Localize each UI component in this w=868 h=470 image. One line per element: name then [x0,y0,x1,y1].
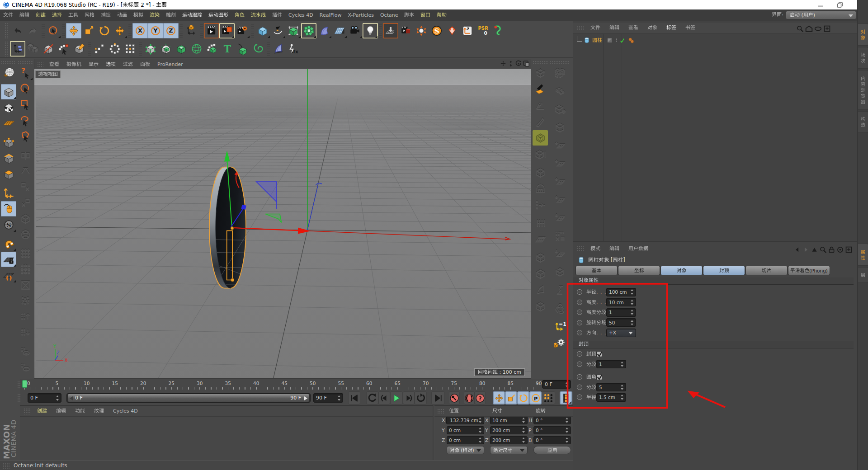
attr-checkbox[interactable] [596,351,602,357]
move-tool-button[interactable] [66,23,81,38]
key-parameter-button[interactable]: P [529,391,542,404]
scale-tool-button[interactable] [81,23,97,38]
cube-dots-b-button[interactable] [550,264,570,279]
go-to-start-button[interactable] [348,391,360,404]
interface-dropdown[interactable]: () [786,11,856,19]
lock-x-axis-button[interactable]: X [132,23,148,38]
subdivision-surface-button[interactable] [286,23,301,38]
stepper[interactable] [630,320,634,325]
cube-b1-button[interactable] [550,119,570,135]
material-drag-handle[interactable] [24,408,31,414]
axis-workplane-button[interactable]: =1 [550,318,570,334]
arrow-plane-2-button[interactable] [550,155,570,171]
minimize-button[interactable] [814,0,827,9]
coord-input[interactable]: -132.739 cm [446,416,485,424]
menu-16[interactable]: Cycles 4D [285,9,316,20]
anim-radio[interactable] [577,300,582,305]
stepper[interactable] [565,382,569,387]
attr-input[interactable]: 10 cm [606,298,636,306]
coord-input[interactable]: 0 ° [533,416,571,424]
play-loop-button[interactable] [415,391,427,404]
coord-input[interactable]: 10 cm [490,416,528,424]
attr-checkbox[interactable] [596,374,602,380]
viewport-menu-0[interactable] [46,60,63,69]
stepper[interactable] [565,418,569,423]
end-frame-spinner[interactable]: 90 F [313,393,343,403]
redo-button[interactable] [25,23,41,38]
stepper[interactable] [522,418,526,423]
layer-chip-icon[interactable] [607,38,613,43]
am-tab-2[interactable] [660,266,703,275]
om-menu-0[interactable] [586,23,605,33]
psr-zero-button[interactable]: PSR0 [475,23,491,38]
range-left-arrow-icon[interactable] [70,396,73,400]
palette-drag-handle[interactable] [1,61,16,64]
section-header[interactable] [573,341,854,348]
viewport-menu-5[interactable] [137,60,154,69]
render-settings-button[interactable] [235,23,250,38]
frame-range-bar[interactable]: 0 F 90 F [68,394,309,402]
points-array-x-button[interactable] [18,277,33,292]
workplane-mode-button[interactable] [1,116,16,131]
recycle-button[interactable] [550,300,570,315]
viewport-menu-2[interactable] [85,60,102,69]
stepper[interactable] [620,395,624,400]
stepper[interactable] [620,362,624,367]
stepper[interactable] [478,437,482,443]
arch-tool-button[interactable] [533,181,548,196]
go-to-end-button[interactable] [431,391,445,404]
coord-input[interactable]: 0 ° [533,426,571,434]
am-menu-0[interactable] [586,244,605,254]
knife-tool-button[interactable] [533,114,548,129]
timeline-window-button[interactable] [560,391,572,404]
next-frame-button[interactable] [403,391,415,404]
stepper[interactable] [565,437,569,443]
x-particles-emitter-button[interactable] [414,23,429,38]
add-cube-button[interactable] [255,23,270,38]
polygon-paint-button[interactable] [71,41,87,56]
am-tab-0[interactable] [576,266,618,275]
palette-drag-handle[interactable] [533,61,548,64]
am-menu-2[interactable] [624,244,653,254]
cube-gear-button[interactable] [550,101,570,117]
point-edit-button[interactable] [56,41,71,56]
viewport-drag-handle[interactable] [37,62,43,68]
sketch-toon-button[interactable]: S [429,23,444,38]
viewport-menu-6[interactable]: ProRender [154,60,187,69]
menu-13[interactable] [231,9,248,20]
spline-pen-button[interactable] [270,23,286,38]
axis-mode-button[interactable] [1,185,16,201]
om-menu-4[interactable] [662,23,681,33]
side-tab-2[interactable] [858,70,868,110]
viewport-orbit-icon[interactable] [515,60,522,67]
timeline-track[interactable]: 051015202530354045505560657075808590 [22,379,542,390]
om-filter-icon[interactable] [814,25,822,33]
om-tree[interactable] [573,34,857,241]
lasso-selection-button[interactable] [18,113,33,128]
om-menu-2[interactable] [624,23,643,33]
cube-a3-button[interactable] [533,298,548,314]
mm-menu-1[interactable] [52,408,71,414]
points-array-2-button[interactable] [18,261,33,277]
menu-9[interactable] [146,9,163,20]
menu-6[interactable] [98,9,114,20]
rect-tool-1-button[interactable] [18,179,33,194]
cubes-group-button[interactable] [550,65,570,80]
coord-mode-dropdown[interactable]: () [447,446,484,454]
visibility-dots-icon[interactable] [614,37,618,44]
coord-input[interactable]: 0 ° [533,436,571,444]
knife-button[interactable] [189,41,204,56]
am-forward-icon[interactable] [802,246,810,254]
auto-keying-button[interactable] [464,391,475,404]
frame-range-slider[interactable]: 0 F 90 F [66,393,311,403]
sphere-tool-button[interactable] [18,226,33,242]
mograph-cloner-button[interactable] [301,23,316,38]
live-selection-tool-button[interactable] [18,81,33,96]
extrude-button[interactable] [158,41,174,56]
range-right-arrow-icon[interactable] [304,396,307,400]
modeling-settings-button[interactable] [550,336,570,352]
points-up-button[interactable] [18,309,33,324]
arrow-plane-1-button[interactable] [550,137,570,153]
sail-a-button[interactable] [533,282,548,297]
help-tool-button[interactable]: ? [18,65,33,80]
